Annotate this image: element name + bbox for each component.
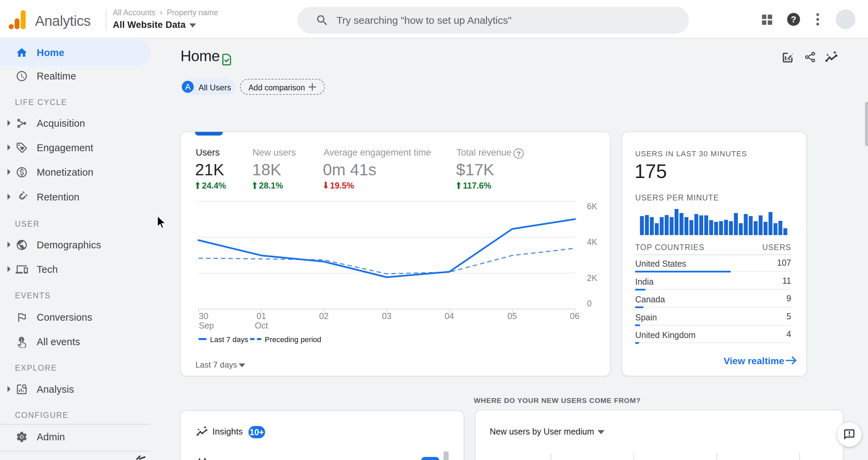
svg-text:06: 06	[570, 311, 579, 321]
svg-text:01: 01	[257, 311, 266, 321]
svg-text:2K: 2K	[587, 273, 597, 283]
svg-text:02: 02	[319, 311, 329, 321]
svg-text:Oct: Oct	[255, 321, 268, 330]
svg-text:05: 05	[507, 311, 517, 321]
svg-text:30: 30	[199, 311, 208, 321]
svg-text:04: 04	[445, 311, 454, 321]
svg-text:0: 0	[587, 299, 592, 308]
svg-text:4K: 4K	[587, 237, 597, 247]
svg-text:03: 03	[382, 311, 392, 321]
svg-text:6K: 6K	[587, 201, 597, 211]
svg-text:Sep: Sep	[199, 321, 214, 330]
